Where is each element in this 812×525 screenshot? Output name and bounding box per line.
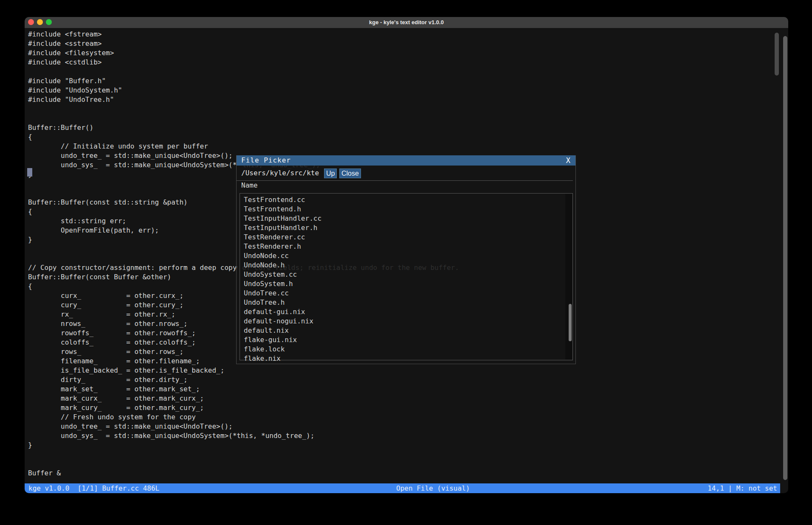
file-row[interactable]: TestFrontend.cc — [244, 195, 321, 205]
window-title: kge - kyle's text editor v1.0.0 — [25, 17, 788, 28]
code-line: #include <fstream> — [28, 30, 457, 39]
file-list[interactable]: TestFrontend.ccTestFrontend.hTestInputHa… — [240, 193, 573, 360]
dialog-close-icon[interactable]: X — [566, 155, 570, 166]
code-line: mark_set_ = other.mark_set_; — [28, 385, 457, 394]
name-column-header: Name — [241, 181, 258, 190]
file-row[interactable]: flake.nix — [244, 354, 321, 363]
code-line — [28, 67, 457, 76]
code-line: #include <cstdlib> — [28, 58, 457, 67]
file-row[interactable]: UndoNode.h — [244, 261, 321, 270]
status-mode: Open File (visual) — [396, 483, 470, 493]
status-bar: kge v1.0.0 [1/1] Buffer.cc 486L Open Fil… — [25, 483, 780, 493]
file-row[interactable]: UndoSystem.cc — [244, 270, 321, 279]
file-row[interactable]: default-gui.nix — [244, 307, 321, 317]
app-window: kge - kyle's text editor v1.0.0 #include… — [25, 17, 788, 493]
file-row[interactable]: UndoTree.cc — [244, 289, 321, 298]
code-line: } — [28, 441, 457, 450]
file-row[interactable]: flake-gui.nix — [244, 335, 321, 345]
code-line: { — [28, 132, 457, 142]
code-line: mark_curx_ = other.mark_curx_; — [28, 394, 457, 403]
file-row[interactable]: default-nogui.nix — [244, 317, 321, 326]
code-line: #include "Buffer.h" — [28, 76, 457, 86]
dialog-title: File Picker — [241, 155, 291, 166]
code-line: #include "UndoTree.h" — [28, 95, 457, 104]
dialog-titlebar[interactable]: File Picker X — [237, 155, 575, 166]
file-row[interactable]: UndoTree.h — [244, 298, 321, 307]
file-row[interactable]: TestInputHandler.cc — [244, 214, 321, 223]
file-row[interactable]: TestInputHandler.h — [244, 223, 321, 233]
window-titlebar[interactable]: kge - kyle's text editor v1.0.0 — [25, 17, 788, 28]
file-row[interactable]: TestRenderer.cc — [244, 233, 321, 242]
code-line: is_file_backed_ = other.is_file_backed_; — [28, 366, 457, 375]
desktop: kge - kyle's text editor v1.0.0 #include… — [0, 0, 812, 525]
code-line: #include <sstream> — [28, 39, 457, 48]
status-left: kge v1.0.0 [1/1] Buffer.cc 486L — [28, 483, 159, 493]
file-row[interactable]: TestFrontend.h — [244, 205, 321, 214]
code-line: dirty_ = other.dirty_; — [28, 375, 457, 385]
up-button[interactable]: Up — [324, 168, 337, 178]
current-path: /Users/kyle/src/kte — [241, 168, 319, 178]
code-line — [28, 450, 457, 459]
code-line: #include <filesystem> — [28, 48, 457, 58]
code-line: mark_cury_ = other.mark_cury_; — [28, 403, 457, 413]
file-row[interactable]: UndoNode.cc — [244, 251, 321, 261]
file-rows: TestFrontend.ccTestFrontend.hTestInputHa… — [244, 195, 321, 363]
code-line: Buffer & — [28, 469, 457, 478]
code-line: // Fresh undo system for the copy — [28, 413, 457, 422]
close-button[interactable]: Close — [339, 168, 361, 178]
code-line — [28, 104, 457, 114]
code-line: undo_tree_ = std::make_unique<UndoTree>(… — [28, 422, 457, 431]
path-row: /Users/kyle/src/kte Up Close — [237, 166, 575, 180]
list-scrollbar-thumb[interactable] — [569, 304, 572, 341]
editor-scrollbar-thumb[interactable] — [775, 33, 779, 76]
file-row[interactable]: flake.lock — [244, 345, 321, 354]
status-cursor-position: 14,1 | M: not set — [708, 483, 777, 493]
code-line: undo_sys_ = std::make_unique<UndoSystem>… — [28, 431, 457, 441]
code-line: Buffer::Buffer() — [28, 123, 457, 132]
code-line: // Initialize undo system per buffer — [28, 142, 457, 151]
text-cursor — [27, 168, 32, 177]
window-scrollbar[interactable] — [783, 36, 787, 480]
code-line — [28, 459, 457, 469]
file-picker-dialog: *this, *undo_tree_); y of core fields; r… — [236, 155, 576, 364]
file-row[interactable]: default.nix — [244, 326, 321, 335]
code-line: #include "UndoSystem.h" — [28, 86, 457, 95]
file-row[interactable]: UndoSystem.h — [244, 279, 321, 289]
divider — [237, 180, 573, 181]
code-line — [28, 114, 457, 123]
file-row[interactable]: TestRenderer.h — [244, 242, 321, 251]
